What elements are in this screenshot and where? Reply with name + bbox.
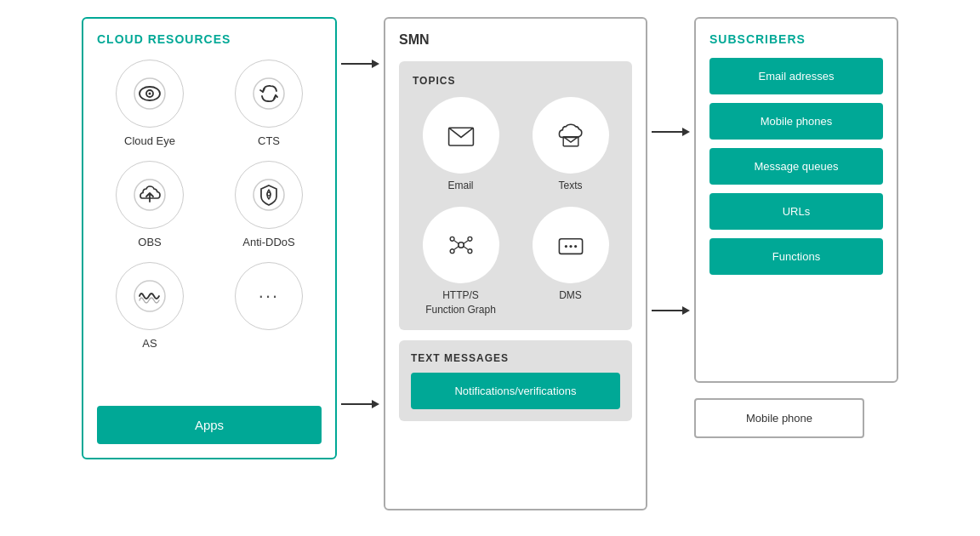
smn-panel: SMN TOPICS Email [384, 17, 647, 510]
topic-dms: DMS [522, 207, 618, 317]
topics-box: TOPICS Email [399, 61, 632, 330]
arrow-shaft-4 [652, 310, 682, 311]
texts-label: Texts [558, 179, 582, 193]
email-icon [444, 118, 478, 152]
svg-point-8 [267, 192, 271, 196]
arrow-shaft [341, 63, 372, 65]
arrow-head [372, 60, 379, 68]
svg-point-16 [468, 249, 472, 254]
svg-line-19 [454, 246, 459, 249]
arrow-head-3 [682, 128, 690, 136]
as-label: AS [142, 337, 157, 350]
right-column: SUBSCRIBERS Email adresses Mobile phones… [694, 17, 898, 438]
dots-icon: ··· [259, 285, 279, 307]
svg-point-13 [450, 237, 454, 241]
cloud-resources-title: CLOUD RESOURCES [97, 32, 322, 46]
top-arrow-1 [341, 60, 379, 68]
antiddos-label: Anti-DDoS [242, 236, 294, 248]
left-arrows [337, 17, 384, 434]
svg-point-14 [468, 237, 472, 241]
svg-point-22 [564, 245, 567, 248]
cloud-eye-icon-circle [116, 60, 184, 128]
as-item: AS [97, 262, 202, 350]
arrow-shaft-3 [652, 131, 682, 133]
cloud-eye-item: Cloud Eye [97, 60, 202, 147]
bottom-arrow-1 [341, 400, 379, 408]
cloud-resources-panel: CLOUD RESOURCES Cloud Eye [82, 17, 337, 459]
subscribers-title: SUBSCRIBERS [709, 32, 883, 46]
more-icon-circle: ··· [235, 262, 303, 330]
diagram: CLOUD RESOURCES Cloud Eye [0, 0, 980, 536]
mobile-phone-button[interactable]: Mobile phone [694, 398, 864, 438]
topics-grid: Email Texts [413, 97, 618, 316]
email-label: Email [447, 179, 473, 193]
cloud-resources-grid: Cloud Eye CTS [97, 60, 322, 350]
https-label: HTTP/SFunction Graph [425, 288, 496, 317]
topic-texts: Texts [522, 97, 618, 193]
text-messages-box: TEXT MESSAGES Notifications/verification… [399, 340, 632, 421]
arrow-head-4 [682, 306, 690, 315]
svg-point-3 [149, 93, 151, 95]
mobile-phones-button[interactable]: Mobile phones [709, 103, 883, 140]
email-icon-circle [423, 97, 499, 174]
arrow-shaft-2 [341, 403, 372, 405]
top-arrow-2 [652, 128, 690, 136]
svg-point-23 [569, 245, 572, 248]
svg-point-15 [450, 249, 454, 254]
as-icon-circle [116, 262, 184, 330]
wave-icon [133, 279, 167, 313]
arrow-head-2 [372, 400, 379, 408]
svg-point-12 [458, 242, 463, 248]
subscribers-panel: SUBSCRIBERS Email adresses Mobile phones… [694, 17, 898, 383]
cts-icon-circle [235, 60, 303, 128]
notifications-button[interactable]: Notifications/verifications [411, 373, 620, 409]
message-queues-button[interactable]: Message queues [709, 148, 883, 185]
svg-line-17 [454, 241, 459, 244]
email-addresses-button[interactable]: Email adresses [709, 58, 883, 94]
eye-icon [133, 77, 167, 111]
svg-line-18 [463, 241, 467, 244]
dms-icon-circle [533, 207, 609, 283]
antiddos-icon-circle [235, 161, 303, 229]
obs-item: OBS [97, 161, 202, 248]
text-messages-title: TEXT MESSAGES [411, 352, 620, 364]
dms-icon [554, 228, 588, 262]
cloud-eye-label: Cloud Eye [124, 134, 175, 147]
graph-icon [444, 228, 478, 262]
cts-item: CTS [216, 60, 322, 147]
urls-button[interactable]: URLs [709, 193, 883, 230]
right-arrows [647, 17, 694, 510]
obs-label: OBS [138, 236, 161, 248]
antiddos-item: Anti-DDoS [216, 161, 322, 248]
texts-icon-circle [533, 97, 609, 174]
shield-icon [252, 178, 286, 212]
cloud-rotate-icon [252, 77, 286, 111]
cloud-upload-icon [133, 178, 167, 212]
smn-title: SMN [399, 32, 632, 48]
obs-icon-circle [116, 161, 184, 229]
cloud-email-icon [554, 118, 588, 152]
topic-https: HTTP/SFunction Graph [413, 207, 509, 317]
svg-point-4 [254, 78, 284, 109]
svg-line-20 [463, 246, 467, 249]
more-item: ··· [216, 262, 322, 350]
dms-label: DMS [559, 288, 582, 303]
functions-button[interactable]: Functions [709, 238, 883, 275]
topic-email: Email [413, 97, 509, 193]
bottom-arrow-2 [652, 306, 690, 315]
cts-label: CTS [258, 134, 280, 147]
topics-title: TOPICS [413, 75, 455, 87]
https-icon-circle [423, 207, 499, 283]
apps-button[interactable]: Apps [97, 406, 322, 444]
svg-point-24 [574, 245, 577, 248]
